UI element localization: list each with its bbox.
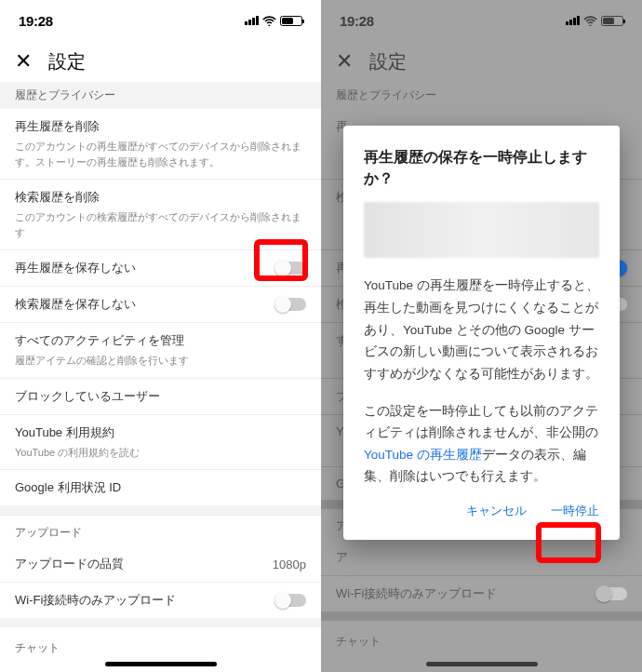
row-value: 1080p: [273, 558, 306, 571]
pause-history-modal: 再生履歴の保存を一時停止しますか？ YouTube の再生履歴を一時停止すると、…: [343, 126, 620, 540]
nav-bar: ✕ 設定: [321, 41, 642, 82]
toggle-wifi-only[interactable]: [274, 594, 306, 607]
row-youtube-tos[interactable]: YouTube 利用規約 YouTube の利用規約を読む: [0, 414, 321, 470]
section-header-history: 履歴とプライバシー: [321, 82, 642, 109]
list-upload: ア Wi-Fi接続時のみアップロード: [321, 540, 642, 612]
row-label: 再生履歴を削除: [15, 118, 306, 135]
close-icon[interactable]: ✕: [15, 51, 32, 72]
row-blocked-users[interactable]: ブロックしているユーザー: [0, 378, 321, 414]
row-label: ブロックしているユーザー: [15, 388, 306, 405]
row-label: YouTube 利用規約: [15, 424, 306, 441]
home-indicator: [105, 662, 217, 666]
status-icons: [566, 13, 623, 29]
phone-right: 19:28 ✕ 設定 履歴とプライバシー 再 検 再生 検索 す ブ Yo Go…: [321, 0, 642, 672]
row-desc: このアカウントの再生履歴がすべてのデバイスから削除されます。ストーリーの再生履歴…: [15, 139, 306, 169]
row-label: Google 利用状況 ID: [15, 479, 306, 496]
row-pause-search-history[interactable]: 検索履歴を保存しない: [0, 286, 321, 322]
cancel-button[interactable]: キャンセル: [466, 503, 527, 519]
row-label: 再生履歴を保存しない: [15, 260, 263, 276]
modal-account-redacted: [364, 202, 599, 258]
modal-para-2: この設定を一時停止しても以前のアクティビティは削除されませんが、非公開の You…: [364, 400, 599, 489]
wifi-icon: [583, 13, 597, 29]
row-chat: チャット: [321, 621, 642, 663]
modal-body: YouTube の再生履歴を一時停止すると、再生した動画を見つけにくくなることが…: [364, 275, 599, 488]
row-desc: このアカウントの検索履歴がすべてのデバイスから削除されます: [15, 209, 306, 240]
toggle-wifi-only: [595, 587, 627, 600]
row-delete-search-history[interactable]: 検索履歴を削除 このアカウントの検索履歴がすべてのデバイスから削除されます: [0, 179, 321, 249]
row-upload-quality[interactable]: アップロードの品質 1080p: [0, 546, 321, 582]
row-label: チャット: [15, 640, 60, 656]
status-icons: [245, 13, 302, 29]
list-chat: チャット: [321, 621, 642, 663]
status-time: 19:28: [340, 13, 374, 29]
row-label: 検索履歴を保存しない: [15, 296, 263, 313]
section-gap: [0, 618, 321, 627]
pause-button[interactable]: 一時停止: [551, 503, 599, 519]
section-header-history: 履歴とプライバシー: [0, 82, 321, 109]
page-title: 設定: [369, 49, 407, 74]
toggle-pause-search-history[interactable]: [274, 298, 306, 311]
row-upload-wifi-only[interactable]: Wi-Fi接続時のみアップロード: [0, 582, 321, 618]
page-title: 設定: [48, 49, 86, 74]
battery-icon: [280, 16, 302, 26]
row-label: 検索履歴を削除: [15, 189, 306, 206]
modal-para-1: YouTube の再生履歴を一時停止すると、再生した動画を見つけにくくなることが…: [364, 275, 599, 384]
row-label: アップロードの品質: [15, 556, 124, 572]
status-time: 19:28: [19, 13, 53, 29]
battery-icon: [601, 16, 623, 26]
status-bar: 19:28: [0, 0, 321, 41]
row-dim: ア: [321, 540, 642, 575]
modal-title: 再生履歴の保存を一時停止しますか？: [364, 146, 599, 189]
nav-bar: ✕ 設定: [0, 41, 321, 82]
wifi-icon: [262, 13, 276, 29]
row-google-usage-id[interactable]: Google 利用状況 ID: [0, 469, 321, 505]
close-icon[interactable]: ✕: [336, 51, 353, 72]
section-gap: [0, 505, 321, 515]
row-label: Wi-Fi接続時のみアップロード: [15, 592, 176, 609]
section-gap: [321, 612, 642, 621]
row-delete-play-history[interactable]: 再生履歴を削除 このアカウントの再生履歴がすべてのデバイスから削除されます。スト…: [0, 109, 321, 179]
row-desc: 履歴アイテムの確認と削除を行います: [15, 353, 306, 369]
list-upload: アップロードの品質 1080p Wi-Fi接続時のみアップロード: [0, 546, 321, 618]
row-desc: YouTube の利用規約を読む: [15, 445, 306, 461]
toggle-pause-play-history[interactable]: [274, 262, 306, 275]
home-indicator: [426, 662, 538, 666]
phone-left: 19:28 ✕ 設定 履歴とプライバシー 再生履歴を削除 このアカウントの再生履…: [0, 0, 321, 672]
signal-icon: [566, 16, 580, 25]
status-bar: 19:28: [321, 0, 642, 41]
list-history: 再生履歴を削除 このアカウントの再生履歴がすべてのデバイスから削除されます。スト…: [0, 109, 321, 505]
row-pause-play-history[interactable]: 再生履歴を保存しない: [0, 249, 321, 286]
row-upload-wifi-only: Wi-Fi接続時のみアップロード: [321, 575, 642, 612]
youtube-history-link[interactable]: YouTube の再生履歴: [364, 448, 482, 462]
signal-icon: [245, 16, 259, 25]
section-header-upload: アップロード: [0, 515, 321, 546]
row-manage-activity[interactable]: すべてのアクティビティを管理 履歴アイテムの確認と削除を行います: [0, 322, 321, 378]
settings-content: 履歴とプライバシー 再生履歴を削除 このアカウントの再生履歴がすべてのデバイスか…: [0, 82, 321, 669]
row-label: すべてのアクティビティを管理: [15, 332, 306, 349]
modal-actions: キャンセル 一時停止: [364, 503, 599, 519]
